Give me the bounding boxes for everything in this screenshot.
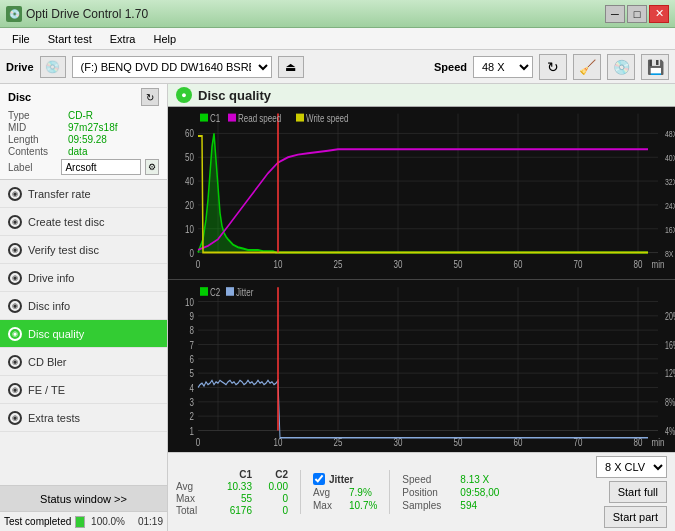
disc-quality-icon: ◉ bbox=[8, 327, 22, 341]
svg-rect-42 bbox=[296, 114, 304, 122]
progress-percent: 100.0% bbox=[89, 516, 125, 527]
sidebar-item-disc-info[interactable]: ◉ Disc info bbox=[0, 292, 167, 320]
avg-label: Avg bbox=[176, 481, 208, 492]
svg-text:8: 8 bbox=[190, 324, 195, 337]
cd-bler-label: CD Bler bbox=[28, 356, 67, 368]
status-window-button[interactable]: Status window >> bbox=[0, 485, 167, 511]
disc-mid-val: 97m27s18f bbox=[68, 122, 117, 133]
disc-label-input[interactable] bbox=[61, 159, 141, 175]
extra-tests-icon: ◉ bbox=[8, 411, 22, 425]
drive-icon-btn[interactable]: 💿 bbox=[40, 56, 66, 78]
svg-text:6: 6 bbox=[190, 353, 195, 366]
jitter-label: Jitter bbox=[329, 474, 353, 485]
sidebar-item-cd-bler[interactable]: ◉ CD Bler bbox=[0, 348, 167, 376]
svg-text:10: 10 bbox=[274, 259, 283, 270]
svg-text:3: 3 bbox=[190, 396, 195, 409]
disc-settings-button[interactable]: ⚙ bbox=[145, 159, 159, 175]
drive-info-icon: ◉ bbox=[8, 271, 22, 285]
disc-refresh-button[interactable]: ↻ bbox=[141, 88, 159, 106]
title-bar: 💿 Opti Drive Control 1.70 ─ □ ✕ bbox=[0, 0, 675, 28]
svg-text:min: min bbox=[652, 436, 665, 449]
disc-type-val: CD-R bbox=[68, 110, 93, 121]
maximize-button[interactable]: □ bbox=[627, 5, 647, 23]
svg-text:32X: 32X bbox=[665, 177, 675, 187]
drive-bar: Drive 💿 (F:) BENQ DVD DD DW1640 BSRB ⏏ S… bbox=[0, 50, 675, 84]
speed-dropdown[interactable]: 8 X CLV bbox=[596, 456, 667, 478]
avg-c1: 10.33 bbox=[212, 481, 252, 492]
avg-c2: 0.00 bbox=[256, 481, 288, 492]
content-area: ● Disc quality bbox=[168, 84, 675, 531]
verify-test-disc-icon: ◉ bbox=[8, 243, 22, 257]
total-c1: 6176 bbox=[212, 505, 252, 516]
max-c1: 55 bbox=[212, 493, 252, 504]
minimize-button[interactable]: ─ bbox=[605, 5, 625, 23]
cd-bler-icon: ◉ bbox=[8, 355, 22, 369]
save-button[interactable]: 💾 bbox=[641, 54, 669, 80]
svg-text:10: 10 bbox=[185, 295, 194, 308]
fe-te-icon: ◉ bbox=[8, 383, 22, 397]
svg-text:25: 25 bbox=[334, 259, 343, 270]
disc-button2[interactable]: 💿 bbox=[607, 54, 635, 80]
refresh-speed-button[interactable]: ↻ bbox=[539, 54, 567, 80]
svg-rect-38 bbox=[200, 114, 208, 122]
start-full-button[interactable]: Start full bbox=[609, 481, 667, 503]
svg-text:20%: 20% bbox=[665, 311, 675, 323]
chart1-svg: 0 10 20 40 50 60 8X 16X 24X 32X 40X 48X … bbox=[168, 107, 675, 279]
progress-bar bbox=[75, 516, 85, 528]
svg-text:80: 80 bbox=[634, 259, 643, 270]
svg-text:0: 0 bbox=[196, 259, 200, 270]
svg-text:C2: C2 bbox=[210, 285, 220, 298]
sidebar-item-fe-te[interactable]: ◉ FE / TE bbox=[0, 376, 167, 404]
samples-val: 594 bbox=[460, 500, 477, 511]
menu-extra[interactable]: Extra bbox=[102, 31, 144, 47]
svg-text:50: 50 bbox=[185, 152, 194, 163]
svg-text:70: 70 bbox=[574, 259, 583, 270]
divider-2 bbox=[389, 470, 390, 514]
sidebar-item-create-test-disc[interactable]: ◉ Create test disc bbox=[0, 208, 167, 236]
sidebar-item-verify-test-disc[interactable]: ◉ Verify test disc bbox=[0, 236, 167, 264]
sidebar-item-disc-quality[interactable]: ◉ Disc quality bbox=[0, 320, 167, 348]
menu-start-test[interactable]: Start test bbox=[40, 31, 100, 47]
svg-text:16X: 16X bbox=[665, 225, 675, 235]
position-val: 09:58,00 bbox=[460, 487, 499, 498]
disc-info-icon: ◉ bbox=[8, 299, 22, 313]
svg-text:4%: 4% bbox=[665, 426, 675, 438]
test-completed-bar: Test completed 100.0% 01:19 bbox=[0, 511, 167, 531]
start-part-button[interactable]: Start part bbox=[604, 506, 667, 528]
svg-text:1: 1 bbox=[190, 424, 195, 437]
menu-file[interactable]: File bbox=[4, 31, 38, 47]
svg-text:8X: 8X bbox=[665, 249, 674, 259]
total-c2: 0 bbox=[256, 505, 288, 516]
fe-te-label: FE / TE bbox=[28, 384, 65, 396]
disc-panel: Disc ↻ Type CD-R MID 97m27s18f Length 09… bbox=[0, 84, 167, 180]
eraser-button[interactable]: 🧹 bbox=[573, 54, 601, 80]
svg-text:40: 40 bbox=[185, 176, 194, 187]
chart2-svg: 1 2 3 4 5 6 7 8 9 10 4% 8% 12% 16% 20% bbox=[168, 280, 675, 452]
sidebar-item-extra-tests[interactable]: ◉ Extra tests bbox=[0, 404, 167, 432]
transfer-rate-icon: ◉ bbox=[8, 187, 22, 201]
svg-text:Read speed: Read speed bbox=[238, 113, 281, 124]
svg-text:7: 7 bbox=[190, 338, 194, 351]
jitter-checkbox[interactable] bbox=[313, 473, 325, 485]
test-completed-label: Test completed bbox=[4, 516, 71, 527]
svg-text:2: 2 bbox=[190, 410, 194, 423]
drive-label: Drive bbox=[6, 61, 34, 73]
drive-select[interactable]: (F:) BENQ DVD DD DW1640 BSRB bbox=[72, 56, 272, 78]
extra-tests-label: Extra tests bbox=[28, 412, 80, 424]
speed-select[interactable]: 48 X bbox=[473, 56, 533, 78]
svg-text:Jitter: Jitter bbox=[236, 285, 254, 298]
menu-bar: File Start test Extra Help bbox=[0, 28, 675, 50]
close-button[interactable]: ✕ bbox=[649, 5, 669, 23]
eject-button[interactable]: ⏏ bbox=[278, 56, 304, 78]
sidebar-item-transfer-rate[interactable]: ◉ Transfer rate bbox=[0, 180, 167, 208]
disc-length-val: 09:59.28 bbox=[68, 134, 107, 145]
verify-test-disc-label: Verify test disc bbox=[28, 244, 99, 256]
sidebar-item-drive-info[interactable]: ◉ Drive info bbox=[0, 264, 167, 292]
svg-text:50: 50 bbox=[454, 259, 463, 270]
transfer-rate-label: Transfer rate bbox=[28, 188, 91, 200]
menu-help[interactable]: Help bbox=[145, 31, 184, 47]
create-test-disc-icon: ◉ bbox=[8, 215, 22, 229]
main-area: Disc ↻ Type CD-R MID 97m27s18f Length 09… bbox=[0, 84, 675, 531]
svg-text:min: min bbox=[652, 259, 665, 270]
svg-text:10: 10 bbox=[185, 224, 194, 235]
